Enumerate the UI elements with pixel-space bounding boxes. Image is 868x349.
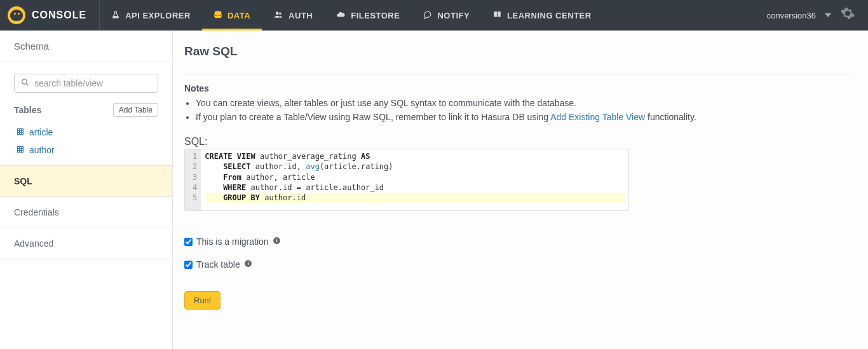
search-input-wrap[interactable] bbox=[14, 74, 158, 93]
info-icon[interactable]: i bbox=[273, 236, 281, 247]
run-button[interactable]: Run! bbox=[184, 291, 220, 310]
nav-learning-center[interactable]: LEARNING CENTER bbox=[481, 0, 602, 31]
nav-filestore[interactable]: FILESTORE bbox=[324, 0, 411, 31]
topbar-right: conversion36 bbox=[767, 6, 868, 25]
add-table-button[interactable]: Add Table bbox=[113, 103, 158, 117]
line-number: 2 bbox=[193, 161, 197, 172]
code-line: CREATE VIEW author_average_rating AS bbox=[205, 151, 625, 161]
sql-label: SQL: bbox=[184, 136, 853, 147]
logo-icon bbox=[8, 6, 25, 24]
track-checkbox[interactable] bbox=[184, 261, 193, 269]
migration-checkbox[interactable] bbox=[184, 238, 193, 246]
nav-auth[interactable]: AUTH bbox=[262, 0, 324, 31]
project-name[interactable]: conversion36 bbox=[767, 11, 816, 20]
nav-label: FILESTORE bbox=[351, 11, 400, 20]
cloud-icon bbox=[336, 10, 346, 21]
table-link-article[interactable]: article bbox=[14, 123, 158, 141]
sidebar-tables-section: Tables Add Table article author bbox=[0, 62, 172, 166]
table-list: article author bbox=[14, 123, 158, 159]
note-item: If you plan to create a Table/View using… bbox=[196, 111, 853, 124]
nav-notify[interactable]: NOTIFY bbox=[411, 0, 481, 31]
svg-point-3 bbox=[276, 11, 279, 15]
code-line: GROUP BY author.id bbox=[205, 193, 625, 203]
nav-label: API EXPLORER bbox=[125, 11, 191, 20]
migration-label: This is a migration bbox=[196, 236, 269, 247]
top-navbar: CONSOLE API EXPLORER DATA AUTH FILESTORE bbox=[0, 0, 868, 31]
nav-data[interactable]: DATA bbox=[202, 0, 262, 31]
nav-label: LEARNING CENTER bbox=[507, 11, 591, 20]
svg-point-1 bbox=[215, 13, 222, 15]
svg-point-5 bbox=[22, 79, 27, 85]
sidebar-schema-heading[interactable]: Schema bbox=[0, 31, 172, 62]
table-link-author[interactable]: author bbox=[14, 141, 158, 159]
page-title: Raw SQL bbox=[184, 44, 853, 58]
svg-text:i: i bbox=[247, 261, 248, 266]
migration-checkbox-row[interactable]: This is a migration i bbox=[184, 236, 853, 247]
users-icon bbox=[273, 10, 283, 21]
main-content: Raw SQL Notes You can create views, alte… bbox=[173, 31, 868, 349]
search-icon bbox=[21, 78, 29, 88]
sidebar-link-sql[interactable]: SQL bbox=[0, 166, 172, 197]
code-line: From author, article bbox=[205, 172, 625, 182]
table-icon bbox=[17, 146, 24, 154]
note-text: If you plan to create a Table/View using… bbox=[196, 112, 550, 122]
nav-items: API EXPLORER DATA AUTH FILESTORE NOTIFY bbox=[100, 0, 602, 31]
search-input[interactable] bbox=[34, 78, 151, 88]
nav-label: AUTH bbox=[288, 11, 313, 20]
line-gutter: 1 2 3 4 5 bbox=[185, 149, 201, 210]
track-label: Track table bbox=[196, 259, 240, 270]
book-icon bbox=[492, 10, 502, 21]
sidebar-link-credentials[interactable]: Credentials bbox=[0, 197, 172, 228]
nav-label: NOTIFY bbox=[437, 11, 470, 20]
brand-area[interactable]: CONSOLE bbox=[0, 0, 100, 31]
line-number: 5 bbox=[193, 193, 197, 203]
code-line: WHERE author.id = article.author_id bbox=[205, 182, 625, 193]
gear-icon[interactable] bbox=[840, 6, 855, 25]
brand-text: CONSOLE bbox=[32, 10, 86, 21]
svg-point-4 bbox=[279, 12, 281, 15]
sql-editor[interactable]: 1 2 3 4 5 CREATE VIEW author_average_rat… bbox=[184, 149, 629, 211]
info-icon[interactable]: i bbox=[244, 259, 252, 270]
divider bbox=[184, 74, 853, 74]
code-lines[interactable]: CREATE VIEW author_average_rating AS SEL… bbox=[201, 149, 628, 210]
chevron-down-icon[interactable] bbox=[825, 13, 831, 17]
add-existing-table-link[interactable]: Add Existing Table View bbox=[550, 112, 645, 122]
sidebar-link-advanced[interactable]: Advanced bbox=[0, 228, 172, 259]
svg-rect-12 bbox=[18, 147, 24, 153]
table-name: author bbox=[29, 145, 55, 155]
table-name: article bbox=[29, 127, 53, 137]
chat-icon bbox=[423, 10, 432, 21]
svg-line-6 bbox=[26, 83, 28, 85]
nav-label: DATA bbox=[227, 11, 250, 20]
line-number: 1 bbox=[193, 151, 197, 161]
svg-point-2 bbox=[215, 15, 222, 18]
line-number: 4 bbox=[193, 182, 197, 193]
svg-text:i: i bbox=[276, 238, 277, 243]
notes-heading: Notes bbox=[184, 83, 853, 93]
notes-list: You can create views, alter tables or ju… bbox=[196, 97, 853, 123]
database-icon bbox=[214, 10, 222, 21]
track-checkbox-row[interactable]: Track table i bbox=[184, 259, 853, 270]
note-text: functionality. bbox=[645, 112, 696, 122]
line-number: 3 bbox=[193, 172, 197, 182]
svg-rect-7 bbox=[18, 129, 24, 135]
tables-heading-row: Tables Add Table bbox=[14, 103, 158, 117]
table-icon bbox=[17, 128, 24, 137]
tables-heading: Tables bbox=[14, 105, 41, 115]
sidebar: Schema Tables Add Table article bbox=[0, 31, 173, 349]
note-item: You can create views, alter tables or ju… bbox=[196, 97, 853, 110]
nav-api-explorer[interactable]: API EXPLORER bbox=[100, 0, 202, 31]
code-line: SELECT author.id, avg(article.rating) bbox=[205, 161, 625, 172]
flask-icon bbox=[111, 10, 120, 21]
